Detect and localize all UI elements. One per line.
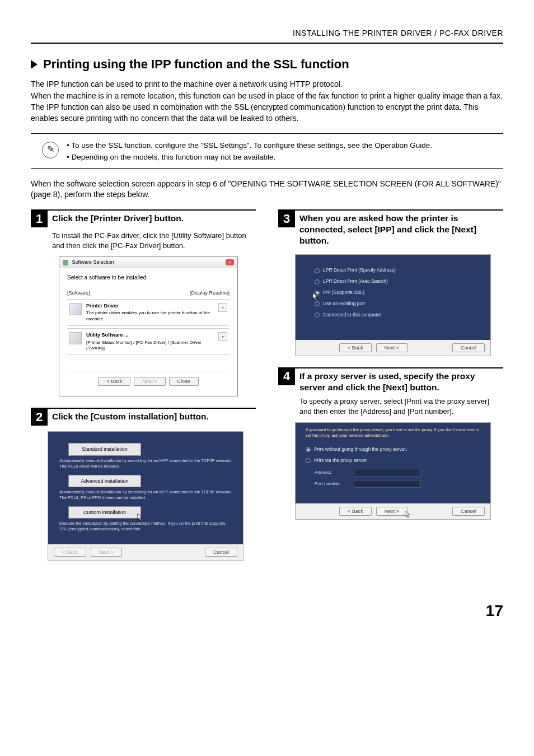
note-lines: • To use the SSL function, configure the… [67, 138, 432, 164]
cursor-icon [405, 511, 411, 519]
cursor-icon [312, 293, 319, 301]
custom-installation-desc: Execute the installation by setting the … [57, 521, 234, 532]
next-button[interactable]: Next > [376, 507, 407, 516]
printer-driver-desc: The printer driver enables you to use th… [86, 310, 210, 321]
readme-button-1[interactable]: ▫ [218, 303, 227, 312]
software-selection-dialog: Software Selection × Select a software t… [59, 256, 238, 396]
back-button[interactable]: < Back [339, 343, 372, 352]
step-1: 1 Click the [Printer Driver] button. To … [31, 209, 256, 397]
option-connected-computer[interactable]: Connected to this computer [315, 312, 480, 319]
pencil-icon: ✎ [42, 142, 59, 158]
proxy-settings-panel: If you want to go through the proxy serv… [295, 422, 491, 519]
step-4: 4 If a proxy server is used, specify the… [278, 367, 503, 520]
step-3-title: When you are asked how the printer is co… [295, 211, 503, 246]
option-existing-port-label: Use an existing port [323, 301, 365, 307]
step-number-1: 1 [31, 211, 48, 227]
cancel-button[interactable]: Cancel [452, 507, 485, 516]
page-header: INSTALLING THE PRINTER DRIVER / PC-FAX D… [31, 28, 503, 44]
page-title-text: Printing using the IPP function and the … [43, 56, 349, 73]
app-icon [63, 260, 68, 265]
back-button[interactable]: < Back [54, 548, 86, 557]
radio-icon [306, 447, 311, 452]
step-number-4: 4 [278, 368, 295, 385]
page-number: 17 [31, 600, 503, 622]
dialog-title: Software Selection [63, 259, 114, 266]
port-label: Port number: [315, 480, 348, 487]
cursor-icon [137, 514, 144, 521]
step-3: 3 When you are asked how the printer is … [278, 209, 503, 356]
option-existing-port[interactable]: Use an existing port [315, 301, 480, 307]
utility-software-desc: [Printer Status Monitor] / [PC-Fax Drive… [86, 340, 202, 351]
printer-driver-title: Printer Driver [86, 303, 214, 310]
back-button[interactable]: < Back [98, 377, 130, 386]
next-button[interactable]: Next > [134, 377, 165, 386]
standard-installation-desc: Automatically execute installation by se… [57, 458, 234, 469]
custom-installation-label: Custom installation [83, 510, 126, 515]
printer-driver-icon [69, 303, 82, 315]
option-lpr-specify-label: LPR Direct Print (Specify Address) [323, 267, 396, 274]
cancel-button[interactable]: Cancel [452, 343, 485, 352]
next-button-label: Next > [385, 508, 399, 514]
option-via-proxy-label: Print via the proxy server. [314, 458, 368, 464]
step-2: 2 Click the [Custom installation] button… [31, 408, 256, 560]
radio-icon [315, 268, 320, 273]
step-4-title: If a proxy server is used, specify the p… [295, 368, 503, 393]
connection-method-panel: LPR Direct Print (Specify Address) LPR D… [295, 254, 491, 356]
custom-installation-button[interactable]: Custom installation [68, 506, 141, 519]
step-number-3: 3 [278, 211, 295, 227]
utility-software-item[interactable]: Utility Software ... [Printer Status Mon… [67, 328, 229, 355]
option-no-proxy[interactable]: Print without going through the proxy se… [306, 446, 483, 453]
advanced-installation-desc: Automatically execute installation by se… [57, 489, 234, 501]
radio-icon [315, 312, 320, 318]
port-input[interactable] [354, 480, 421, 488]
close-button[interactable]: Close [169, 377, 199, 386]
standard-installation-button[interactable]: Standard installation [68, 443, 141, 456]
lead-paragraph: When the software selection screen appea… [31, 179, 503, 200]
proxy-help-text: If you want to go through the proxy serv… [306, 427, 483, 438]
close-icon[interactable]: × [226, 259, 234, 265]
option-ipp[interactable]: IPP (Supports SSL) [315, 290, 480, 296]
step-1-title: Click the [Printer Driver] button. [48, 211, 184, 224]
radio-icon [315, 301, 320, 306]
right-column: 3 When you are asked how the printer is … [278, 209, 503, 572]
readme-button-2[interactable]: ▫ [218, 332, 227, 341]
intro-paragraph: The IPP function can be used to print to… [31, 78, 503, 124]
note-box: ✎ • To use the SSL function, configure t… [31, 133, 503, 169]
address-input[interactable] [354, 469, 421, 477]
option-connected-computer-label: Connected to this computer [323, 312, 381, 319]
arrow-right-icon [31, 60, 38, 69]
radio-icon [315, 279, 320, 284]
dialog-heading: Select a software to be installed. [67, 274, 229, 282]
page-title: Printing using the IPP function and the … [31, 56, 503, 73]
note-line-2: • Depending on the models, this function… [67, 151, 432, 164]
dialog-title-text: Software Selection [72, 259, 114, 265]
option-via-proxy[interactable]: Print via the proxy server. [306, 458, 483, 464]
step-4-body: To specify a proxy server, select [Print… [278, 393, 503, 417]
option-no-proxy-label: Print without going through the proxy se… [314, 446, 407, 453]
col-software-label: [Software] [67, 290, 90, 297]
cancel-button[interactable]: Cancel [205, 548, 237, 557]
next-button[interactable]: Next > [376, 343, 407, 352]
note-line-1: • To use the SSL function, configure the… [67, 139, 432, 152]
col-readme-label: [Display Readme] [190, 290, 229, 297]
printer-driver-item[interactable]: Printer Driver The printer driver enable… [67, 299, 229, 326]
radio-icon [306, 458, 311, 463]
option-lpr-auto[interactable]: LPR Direct Print (Auto Search) [315, 278, 480, 285]
option-lpr-auto-label: LPR Direct Print (Auto Search) [323, 278, 388, 285]
back-button[interactable]: < Back [339, 507, 372, 516]
left-column: 1 Click the [Printer Driver] button. To … [31, 209, 256, 572]
advanced-installation-button[interactable]: Advanced installation [68, 475, 141, 488]
next-button[interactable]: Next > [91, 548, 122, 557]
utility-software-icon [69, 332, 82, 344]
step-number-2: 2 [31, 409, 48, 426]
option-lpr-specify[interactable]: LPR Direct Print (Specify Address) [315, 267, 480, 274]
utility-software-title: Utility Software ... [86, 332, 214, 339]
step-2-title: Click the [Custom installation] button. [48, 409, 209, 422]
step-1-body: To install the PC-Fax driver, click the … [31, 227, 256, 251]
installation-type-panel: Standard installation Automatically exec… [48, 431, 243, 560]
option-ipp-label: IPP (Supports SSL) [323, 290, 364, 296]
address-label: Address: [315, 469, 348, 475]
